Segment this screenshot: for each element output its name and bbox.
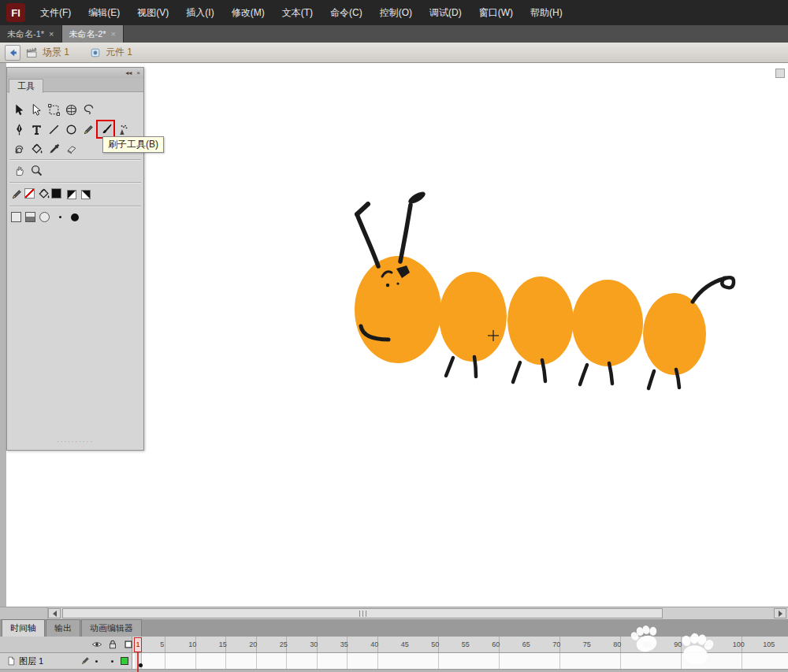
menu-item[interactable]: 帮助(H) — [522, 0, 571, 25]
back-arrow-icon — [7, 47, 18, 58]
panel-close-icon[interactable]: × — [136, 69, 140, 77]
3d-rotation-tool-button[interactable] — [62, 101, 80, 118]
frame-number-label: 20 — [246, 640, 260, 648]
edit-bar: 场景 1 元件 1 — [0, 43, 788, 63]
deco-tool-button[interactable] — [10, 140, 28, 158]
fill-color-chip[interactable] — [51, 188, 61, 199]
eraser-icon — [65, 143, 78, 156]
timeline-ruler[interactable]: 5101520253035404550556065707580859095100… — [132, 637, 788, 653]
free-transform-tool-button[interactable] — [45, 101, 62, 118]
brush-tool-button[interactable] — [97, 121, 114, 138]
tools-panel: ◂◂ × 工具 ·········· — [6, 67, 144, 451]
back-button[interactable] — [5, 45, 20, 61]
menu-item[interactable]: 窗口(W) — [470, 0, 522, 25]
hand-tool-button[interactable] — [10, 162, 28, 179]
selection-tool-button[interactable] — [10, 101, 28, 118]
menu-item[interactable]: 文本(T) — [273, 0, 322, 25]
eyedropper-tool-button[interactable] — [45, 140, 62, 158]
menu-item[interactable]: 视图(V) — [128, 0, 177, 25]
panel-resize-grip[interactable]: ·········· — [7, 438, 143, 445]
menu-item[interactable]: 文件(F) — [32, 0, 80, 25]
collapse-panels-button[interactable] — [775, 69, 785, 78]
menu-item[interactable]: 修改(M) — [223, 0, 273, 25]
brush-tool-tooltip: 刷子工具(B) — [102, 136, 164, 153]
lock-fill-toggle[interactable] — [25, 212, 35, 222]
tools-panel-title[interactable]: 工具 — [9, 79, 43, 93]
paint-bucket-tool-button[interactable] — [28, 140, 45, 158]
horizontal-scrollbar[interactable] — [0, 607, 788, 619]
hand-icon — [13, 164, 26, 177]
layer-outline-color-swatch[interactable] — [121, 657, 128, 665]
layer-row[interactable]: 图层 1 — [0, 653, 132, 670]
tab-close-icon[interactable]: × — [111, 29, 116, 39]
line-tool-button[interactable] — [45, 121, 62, 138]
timeline-tab[interactable]: 输出 — [46, 619, 80, 637]
frame-number-label: 50 — [428, 640, 442, 648]
layer-name[interactable]: 图层 1 — [19, 655, 43, 667]
lasso-tool-button[interactable] — [80, 101, 97, 118]
stroke-color-chip[interactable] — [24, 188, 35, 199]
playhead-marker[interactable]: 1 — [134, 637, 142, 652]
keyframe-dot-icon — [139, 663, 143, 667]
eraser-tool-button[interactable] — [62, 140, 80, 158]
show-hide-eye-icon[interactable] — [91, 639, 102, 650]
symbol-icon — [90, 47, 101, 58]
layer-lock-dot[interactable] — [111, 660, 113, 663]
tab-label: 未命名-2* — [69, 28, 106, 40]
frame-number-label: 80 — [610, 640, 624, 648]
menu-item[interactable]: 插入(I) — [177, 0, 222, 25]
spray-brush-tool-button[interactable] — [114, 121, 132, 138]
frame-number-label: 70 — [549, 640, 563, 648]
scroll-right-button[interactable] — [774, 608, 786, 618]
menu-item[interactable]: 编辑(E) — [80, 0, 128, 25]
divider — [9, 206, 141, 206]
document-tab[interactable]: 未命名-1*× — [0, 25, 62, 43]
color-controls — [10, 185, 92, 201]
symbol-breadcrumb[interactable]: 元件 1 — [106, 46, 132, 59]
document-tab[interactable]: 未命名-2*× — [62, 25, 125, 43]
tool-row — [10, 162, 45, 179]
timeline-tab[interactable]: 时间轴 — [2, 619, 45, 637]
pencil-tool-button[interactable] — [80, 121, 97, 138]
oval-tool-button[interactable] — [62, 121, 80, 138]
pen-tool-button[interactable] — [10, 121, 28, 138]
scroll-thumb[interactable] — [62, 608, 663, 618]
menu-item[interactable]: 命令(C) — [322, 0, 371, 25]
tab-close-icon[interactable]: × — [49, 29, 54, 39]
tool-row — [10, 101, 97, 118]
menu-item[interactable]: 控制(O) — [371, 0, 421, 25]
scroll-right-icon — [779, 611, 782, 617]
scroll-left-button[interactable] — [48, 608, 61, 618]
swap-colors-button[interactable] — [81, 190, 91, 199]
layer-visible-dot[interactable] — [95, 660, 98, 663]
tool-row — [10, 140, 80, 158]
scroll-left-icon — [53, 611, 57, 617]
zoom-tool-button[interactable] — [28, 162, 45, 179]
layer-frames-track[interactable] — [132, 653, 788, 670]
document-tabs: 未命名-1*×未命名-2*× — [0, 25, 788, 43]
pencil-icon — [82, 123, 95, 136]
frame-number-label: 75 — [580, 640, 594, 648]
menu-bar: Fl 文件(F)编辑(E)视图(V)插入(I)修改(M)文本(T)命令(C)控制… — [0, 0, 788, 25]
divider — [9, 159, 141, 160]
black-white-button[interactable] — [67, 190, 76, 199]
tools-panel-titlebar: ◂◂ × — [7, 68, 143, 79]
object-drawing-toggle[interactable] — [11, 212, 21, 222]
pressure-toggle[interactable] — [39, 212, 50, 222]
frame-number-label: 25 — [277, 640, 291, 648]
scrollbar-corner — [0, 607, 48, 619]
layer-edit-pencil-icon — [80, 655, 91, 666]
text-tool-button[interactable] — [28, 121, 45, 138]
deco-icon — [13, 143, 26, 156]
timeline-panel: 时间轴输出动画编辑器 51015202530354045505560657075… — [0, 619, 788, 672]
frame-number-label: 40 — [367, 640, 381, 648]
oval-icon — [65, 123, 78, 136]
dock-strip — [0, 63, 6, 619]
scene-breadcrumb[interactable]: 场景 1 — [43, 46, 85, 59]
panel-collapse-icon[interactable]: ◂◂ — [125, 69, 132, 77]
subselection-tool-button[interactable] — [28, 101, 45, 118]
brush-size-preview[interactable] — [71, 213, 79, 221]
timeline-tab[interactable]: 动画编辑器 — [81, 619, 142, 637]
lock-layers-icon[interactable] — [107, 639, 118, 650]
menu-item[interactable]: 调试(D) — [421, 0, 470, 25]
